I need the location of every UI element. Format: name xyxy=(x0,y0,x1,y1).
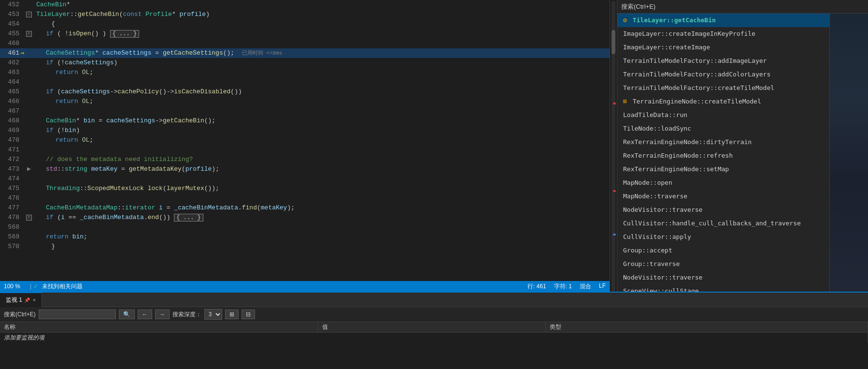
search-result-label-7: TerrainEngineNode::createTileModel xyxy=(633,98,761,105)
no-issues: ✓ 未找到相关问题 xyxy=(33,282,83,291)
line-number-453: 453 xyxy=(0,10,24,19)
search-result-1[interactable]: ⚙ TileLayer::getCacheBin xyxy=(617,14,829,27)
watch-tab-1[interactable]: 监视 1 📌 × xyxy=(0,293,42,307)
search-result-8[interactable]: LoadTileData::run xyxy=(617,108,829,122)
watch-tab-close[interactable]: × xyxy=(33,297,36,303)
minimap-area xyxy=(829,14,868,292)
line-content-468: CacheBin* bin = cacheSettings->getCacheB… xyxy=(34,116,610,126)
search-header: 搜索(Ctrl+E) xyxy=(617,0,868,14)
code-line-476: 476 xyxy=(0,193,610,203)
line-content-465: if (cacheSettings->cachePolicy()->isCach… xyxy=(34,87,610,97)
bottom-panel-toolbar: 搜索(Ctrl+E) 🔍 ← → 搜索深度： 3 1 2 4 5 ⊞ ⊟ xyxy=(0,307,868,322)
gutter-478[interactable]: + xyxy=(24,215,34,221)
search-result-4[interactable]: TerrainTileModelFactory::addImageLayer xyxy=(617,54,829,68)
search-result-12[interactable]: RexTerrainEngineNode::setMap xyxy=(617,162,829,176)
line-number-462: 462 xyxy=(0,58,24,68)
search-result-15[interactable]: NodeVisitor::traverse xyxy=(617,203,829,217)
search-result-label-2: ImageLayer::createImageInKeyProfile xyxy=(623,30,755,37)
line-content-455: if ( !isOpen() ) { ... } xyxy=(34,29,610,39)
code-line-465: 465 if (cacheSettings->cachePolicy()->is… xyxy=(0,87,610,97)
line-number-471: 471 xyxy=(0,145,24,155)
search-result-18[interactable]: Group::accept xyxy=(617,244,829,257)
watch-search-input[interactable] xyxy=(39,310,116,319)
search-result-16[interactable]: CullVisitor::handle_cull_callbacks_and_t… xyxy=(617,217,829,230)
watch-tab-pin: 📌 xyxy=(24,297,30,303)
search-result-3[interactable]: ImageLayer::createImage xyxy=(617,41,829,54)
search-result-17[interactable]: CullVisitor::apply xyxy=(617,230,829,244)
search-result-20[interactable]: NodeVisitor::traverse xyxy=(617,271,829,284)
code-line-473: 473 ▶ std::string metaKey = getMetadataK… xyxy=(0,164,610,174)
code-line-462: 462 if (!cacheSettings) xyxy=(0,58,610,68)
collapse-btn-478[interactable]: + xyxy=(26,215,32,221)
search-result-6[interactable]: TerrainTileModelFactory::createTileModel xyxy=(617,81,829,95)
no-issues-text: 未找到相关问题 xyxy=(42,282,83,291)
line-number-468: 468 xyxy=(0,116,24,126)
gear-icon-1: ⚙ xyxy=(623,16,627,24)
code-line-452: 452 CacheBin* xyxy=(0,0,610,10)
search-result-label-15: NodeVisitor::traverse xyxy=(623,206,702,213)
line-number-465: 465 xyxy=(0,87,24,97)
line-content-472: // does the metadata need initializing? xyxy=(34,155,610,164)
collapsed-block-478[interactable]: { ... } xyxy=(174,214,203,221)
next-result-btn[interactable]: → xyxy=(155,310,170,319)
line-number-470: 470 xyxy=(0,135,24,145)
prev-result-btn[interactable]: ← xyxy=(138,310,152,319)
line-number-475: 475 xyxy=(0,184,24,193)
search-result-label-17: CullVisitor::apply xyxy=(623,233,691,240)
line-number-466: 466 xyxy=(0,97,24,106)
code-line-569: 569 return bin; xyxy=(0,232,610,242)
char-info: 字符: 1 xyxy=(554,282,572,291)
code-line-463: 463 return OL; xyxy=(0,68,610,77)
code-line-471: 471 xyxy=(0,145,610,155)
zoom-level[interactable]: 100 % xyxy=(4,283,20,290)
expand-btn[interactable]: ⊟ xyxy=(242,310,255,319)
code-line-570: 570 } xyxy=(0,242,610,251)
code-area[interactable]: 452 CacheBin* 453 − TileLayer::getCacheB… xyxy=(0,0,610,281)
search-result-5[interactable]: TerrainTileModelFactory::addColorLayers xyxy=(617,68,829,81)
search-result-11[interactable]: RexTerrainEngineNode::refresh xyxy=(617,149,829,162)
search-result-19[interactable]: Group::traverse xyxy=(617,257,829,271)
line-content-477: CacheBinMetadataMap::iterator i = _cache… xyxy=(34,203,610,213)
search-mode-btn[interactable]: 🔍 xyxy=(119,310,135,319)
search-result-21[interactable]: SceneView::cullStage xyxy=(617,284,829,292)
line-info: 行: 461 xyxy=(527,282,546,291)
add-watch-row[interactable]: 添加要监视的项 xyxy=(0,333,868,343)
collapsed-block-455[interactable]: { ... } xyxy=(110,30,139,38)
code-line-469: 469 if (!bin) xyxy=(0,126,610,135)
current-arrow: ⇒ xyxy=(20,48,24,58)
search-result-7[interactable]: ⊞ TerrainEngineNode::createTileModel xyxy=(617,95,829,108)
gutter-455[interactable]: + xyxy=(24,31,34,37)
gutter-453[interactable]: − xyxy=(24,12,34,17)
search-result-13[interactable]: MapNode::open xyxy=(617,176,829,190)
line-number-460: 460 xyxy=(0,39,24,48)
code-lines: 452 CacheBin* 453 − TileLayer::getCacheB… xyxy=(0,0,610,251)
code-line-475: 475 Threading::ScopedMutexLock lock(laye… xyxy=(0,184,610,193)
code-line-461: 461 ⇒ CacheSettings* cacheSettings = get… xyxy=(0,48,610,58)
line-number-472: 472 xyxy=(0,155,24,164)
gutter-473[interactable]: ▶ xyxy=(24,164,34,174)
search-result-9[interactable]: TileNode::loadSync xyxy=(617,122,829,135)
collapse-btn-453[interactable]: − xyxy=(26,12,32,17)
error-marker-1 xyxy=(613,103,616,104)
main-container: 452 CacheBin* 453 − TileLayer::getCacheB… xyxy=(0,0,868,292)
search-result-label-19: Group::traverse xyxy=(623,260,680,267)
search-result-10[interactable]: RexTerrainEngineNode::dirtyTerrain xyxy=(617,135,829,149)
line-number-455: 455 xyxy=(0,29,24,39)
editor-scrollbar-thumb[interactable] xyxy=(612,30,615,54)
editor-scrollbar[interactable] xyxy=(610,0,617,292)
line-content-462: if (!cacheSettings) xyxy=(34,58,610,68)
depth-select[interactable]: 3 1 2 4 5 xyxy=(204,309,222,320)
search-result-2[interactable]: ImageLayer::createImageInKeyProfile xyxy=(617,27,829,41)
editor-scrollbar-track[interactable] xyxy=(612,1,615,292)
line-content-463: return OL; xyxy=(34,68,610,77)
search-result-label-5: TerrainTileModelFactory::addColorLayers xyxy=(623,71,770,78)
format-btn[interactable]: ⊞ xyxy=(225,310,239,319)
code-line-474: 474 xyxy=(0,174,610,184)
code-line-470: 470 return OL; xyxy=(0,135,610,145)
collapse-btn-455[interactable]: + xyxy=(26,31,32,37)
line-number-474: 474 xyxy=(0,174,24,184)
search-result-14[interactable]: MapNode::traverse xyxy=(617,190,829,203)
search-result-label-12: RexTerrainEngineNode::setMap xyxy=(623,165,729,173)
line-number-473: 473 xyxy=(0,164,24,174)
search-results-list[interactable]: ⚙ TileLayer::getCacheBin ImageLayer::cre… xyxy=(617,14,829,292)
